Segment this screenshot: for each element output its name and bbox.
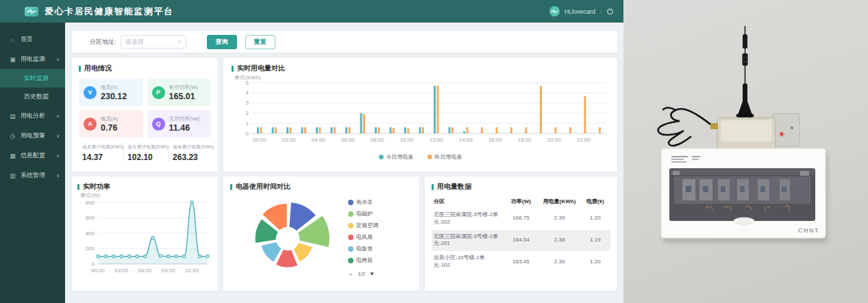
svg-text:06:00: 06:00 [138, 267, 153, 274]
filter-label: 分区地址: [90, 38, 116, 47]
table-cell: 2.39 [539, 251, 580, 273]
svg-text:600: 600 [86, 215, 95, 221]
total-value: 263.23 [173, 153, 214, 162]
reset-button[interactable]: 重置 [245, 35, 275, 49]
svg-text:0: 0 [92, 261, 95, 267]
filter-bar: 分区地址: 请选择 ∨ 查询 重置 [72, 31, 617, 53]
sidebar-item-1[interactable]: ▣用电监测∧ [0, 49, 65, 69]
sidebar-item-0[interactable]: ⌂首页 [0, 29, 65, 49]
total-label: 当年累计电量(KWh) [173, 144, 214, 150]
stat-label: 电流(A) [101, 116, 118, 122]
legend-dot [348, 223, 354, 228]
distribution-box: CHNT [661, 148, 828, 243]
usage-panel: 用电情况 V电压(V)230.12P有功功率(W)165.01A电流(A)0.7… [72, 58, 218, 172]
svg-text:4: 4 [246, 90, 249, 96]
chevron-down-icon: ∨ [56, 153, 60, 159]
screen: 爱心卡居民健康智能监测平台 Hi,lovecard | ⌂首页▣用电监测∧实时监… [0, 0, 868, 303]
table-header-cell: 分区 [432, 195, 503, 208]
legend-item[interactable]: 热水壶 [348, 198, 410, 206]
sidebar-item-2[interactable]: ▤用电分析∨ [0, 106, 65, 126]
legend-item[interactable]: 电风扇 [348, 233, 410, 241]
query-button[interactable]: 查询 [207, 35, 237, 49]
system-icon: ▥ [9, 172, 16, 179]
pie-chart-panel: 电器使用时间对比 热水壶电磁炉定频空调电风扇电饭煲电烤箱▲1/2▼ [223, 176, 419, 291]
svg-text:12:00: 12:00 [185, 267, 199, 274]
stat-letter-icon: V [84, 86, 97, 99]
table-header-cell: 电费(¥) [580, 195, 610, 208]
svg-text:2: 2 [246, 110, 249, 116]
sidebar-item-label: 用电分析 [21, 111, 45, 120]
legend-item[interactable]: 电烤箱 [348, 256, 410, 264]
stat-letter-icon: Q [152, 118, 165, 131]
svg-text:18:00: 18:00 [518, 137, 532, 143]
user-greeting: Hi,lovecard [565, 8, 595, 15]
chevron-down-icon: ∨ [56, 173, 60, 179]
total-stat-1: 当月累计电量(KWh)102.10 [123, 144, 169, 162]
power-icon[interactable] [606, 8, 614, 15]
table-cell: 北医三院家属院-5号楼-2单元-202 [432, 208, 503, 230]
sidebar-subitem-1-0[interactable]: 实时监测 [0, 69, 65, 88]
chevron-up-icon: ∧ [56, 57, 60, 62]
svg-text:400: 400 [86, 230, 95, 237]
district-select[interactable]: 请选择 ∨ [121, 35, 186, 49]
svg-text:12:00: 12:00 [430, 137, 444, 143]
chevron-down-icon: ∨ [177, 39, 181, 44]
app-header: 爱心卡居民健康智能监测平台 Hi,lovecard | [0, 0, 623, 23]
header-brand: 爱心卡居民健康智能监测平台 [25, 5, 174, 18]
stat-card-1: P有功功率(W)165.01 [147, 79, 212, 106]
svg-text:单位(W): 单位(W) [80, 192, 100, 198]
legend-dot [348, 211, 354, 217]
legend-page-up[interactable]: ▲ [348, 271, 354, 277]
legend-dot [348, 235, 354, 240]
stat-value: 230.12 [101, 92, 127, 101]
sidebar-item-3[interactable]: ◷用电预警∨ [0, 126, 65, 146]
table-row: 志新小区-10号楼-2单元-102163.452.391.20 [432, 251, 610, 273]
svg-text:08:00: 08:00 [371, 137, 385, 143]
svg-text:1: 1 [246, 120, 249, 127]
table-cell: 北医三院家属院-5号楼-2单元-201 [432, 230, 503, 252]
usage-table: 分区功率(W)用电量(KWh)电费(¥) 北医三院家属院-5号楼-2单元-202… [432, 195, 610, 273]
chevron-down-icon: ∨ [56, 133, 60, 139]
total-value: 14.37 [82, 153, 123, 162]
svg-text:单位(KWh): 单位(KWh) [234, 75, 261, 81]
wireless-module [710, 118, 776, 150]
stat-value: 11.46 [169, 123, 201, 133]
legend-page-down[interactable]: ▼ [369, 271, 375, 277]
sidebar-item-5[interactable]: ▥系统管理∨ [0, 166, 65, 185]
stat-letter-icon: A [84, 118, 97, 131]
sidebar-item-label: 信息配置 [21, 151, 45, 160]
stat-value: 0.76 [101, 123, 118, 133]
rose-pie-chart [230, 192, 348, 285]
cover-handle [734, 218, 754, 224]
chevron-down-icon: ∨ [56, 114, 60, 119]
legend-item[interactable]: 定频空调 [348, 222, 410, 229]
smoked-cover-window [669, 168, 815, 221]
usage-table-title: 用电量数据 [432, 182, 610, 192]
sidebar-item-label: 首页 [21, 35, 33, 44]
sidebar-item-label: 用电监测 [21, 55, 45, 64]
header-user-area: Hi,lovecard | [549, 6, 614, 16]
power-chart-title: 实时功率 [77, 182, 212, 192]
legend-item[interactable]: 昨日用电量 [427, 153, 462, 161]
svg-text:06:00: 06:00 [341, 137, 356, 143]
stat-value: 165.01 [169, 92, 198, 101]
analysis-icon: ▤ [9, 113, 16, 120]
table-cell: 164.54 [503, 230, 538, 252]
table-cell: 2.38 [539, 230, 580, 252]
sma-connector [710, 123, 718, 129]
table-cell: 1.19 [580, 230, 610, 252]
svg-text:16:00: 16:00 [488, 137, 503, 143]
legend-item[interactable]: 今日用电量 [379, 153, 414, 161]
sidebar-item-4[interactable]: ▦信息配置∨ [0, 146, 65, 166]
svg-text:02:00: 02:00 [282, 137, 297, 143]
legend-dot [379, 155, 384, 159]
legend-dot [348, 200, 354, 205]
legend-item[interactable]: 电饭煲 [348, 245, 410, 252]
sidebar-subitem-1-1[interactable]: 历史数据 [0, 88, 65, 106]
legend-item[interactable]: 电磁炉 [348, 210, 410, 218]
total-value: 102.10 [127, 153, 169, 162]
status-led [780, 133, 783, 135]
sidebar-item-label: 用电预警 [21, 131, 45, 140]
pie-chart-title: 电器使用时间对比 [230, 182, 412, 192]
pulse-logo-icon [25, 7, 38, 16]
